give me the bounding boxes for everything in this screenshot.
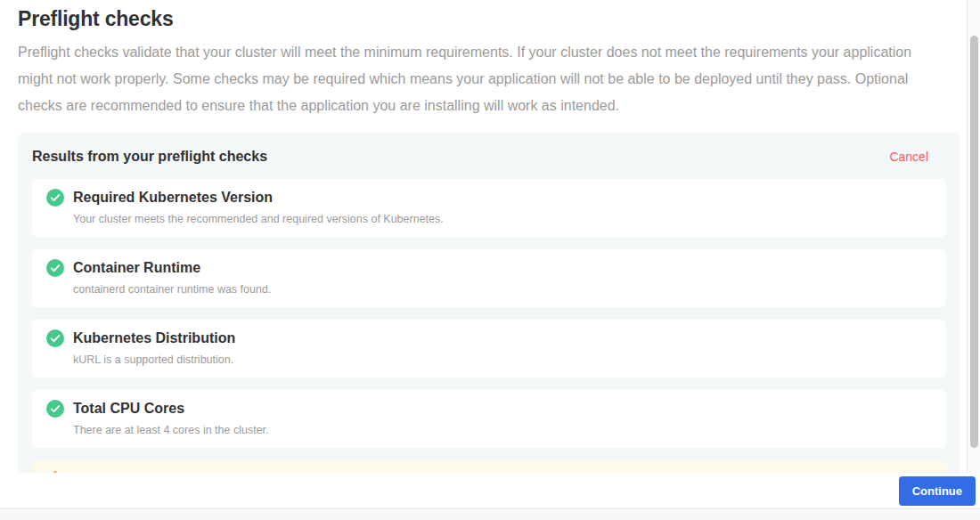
check-circle-icon bbox=[46, 259, 64, 277]
check-title: Required Kubernetes Version bbox=[73, 190, 273, 206]
cancel-link[interactable]: Cancel bbox=[889, 150, 928, 164]
check-title: Kubernetes Distribution bbox=[73, 330, 235, 346]
page-title: Preflight checks bbox=[18, 7, 960, 31]
check-message: There are at least 4 cores in the cluste… bbox=[73, 424, 932, 436]
preflight-checks-page: Preflight checks Preflight checks valida… bbox=[0, 0, 980, 520]
results-header-title: Results from your preflight checks bbox=[32, 149, 267, 165]
check-row: Kubernetes Distribution bbox=[46, 329, 932, 347]
check-message: Your cluster meets the recommended and r… bbox=[73, 213, 932, 225]
check-row: Required Kubernetes Version bbox=[46, 189, 932, 207]
bottom-divider-strip bbox=[0, 508, 980, 520]
scrollbar-thumb[interactable] bbox=[970, 36, 978, 448]
preflight-check-row: Kubernetes Distribution kURL is a suppor… bbox=[32, 320, 946, 378]
check-circle-icon bbox=[46, 189, 64, 207]
check-title: Total CPU Cores bbox=[73, 401, 184, 417]
bottom-action-bar: Continue bbox=[0, 473, 980, 508]
preflight-check-row: Total CPU Cores There are at least 4 cor… bbox=[32, 390, 946, 448]
scrollbar-track[interactable] bbox=[967, 0, 980, 473]
continue-button[interactable]: Continue bbox=[899, 476, 976, 506]
check-message: kURL is a supported distribution. bbox=[73, 353, 932, 366]
check-row: Total CPU Cores bbox=[46, 400, 932, 418]
preflight-check-row: Required Kubernetes Version Your cluster… bbox=[32, 179, 946, 237]
check-row: Container Runtime bbox=[46, 259, 932, 277]
preflight-check-row: Container Runtime containerd container r… bbox=[32, 249, 946, 307]
check-circle-icon bbox=[46, 400, 64, 418]
check-circle-icon bbox=[46, 329, 64, 347]
results-header: Results from your preflight checks Cance… bbox=[32, 147, 946, 165]
check-title: Container Runtime bbox=[73, 260, 200, 276]
page-content: Preflight checks Preflight checks valida… bbox=[18, 0, 960, 520]
preflight-results-panel: Results from your preflight checks Cance… bbox=[18, 133, 960, 520]
page-description: Preflight checks validate that your clus… bbox=[18, 39, 937, 119]
check-message: containerd container runtime was found. bbox=[73, 283, 932, 296]
